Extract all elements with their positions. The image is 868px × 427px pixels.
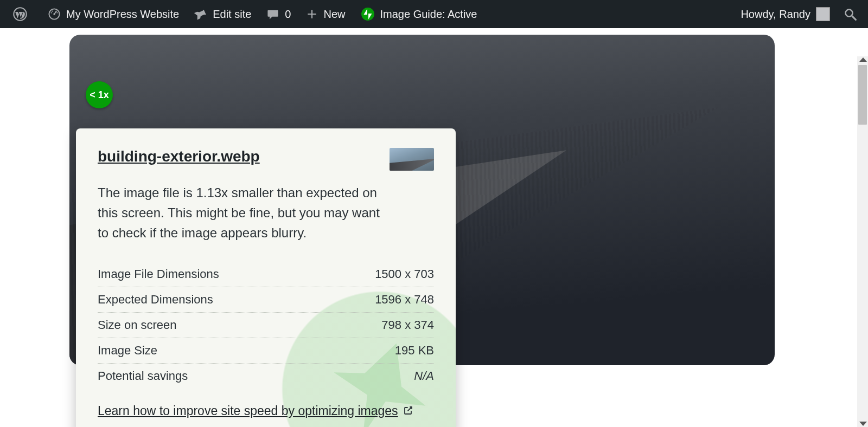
image-guide-menu[interactable]: Image Guide: Active [353,0,485,28]
jetpack-icon [361,7,375,21]
site-title-label: My WordPress Website [66,8,179,21]
wp-admin-bar: My WordPress Website Edit site 0 New Ima… [0,0,868,28]
page-content: < 1x building-exterior.webp The image fi… [0,28,868,427]
wordpress-icon [13,7,27,21]
learn-more-label: Learn how to improve site speed by optim… [98,404,398,418]
stat-value: 195 KB [395,344,434,358]
table-row: Potential savings N/A [98,364,434,389]
howdy-label: Howdy, Randy [741,8,810,21]
svg-point-7 [361,8,374,21]
svg-point-5 [56,11,57,12]
comments-menu[interactable]: 0 [259,0,298,28]
image-guide-label: Image Guide: Active [380,8,477,21]
avatar [816,7,830,21]
stat-value: 1596 x 748 [375,293,434,307]
image-stats-table: Image File Dimensions 1500 x 703 Expecte… [98,262,434,389]
table-row: Expected Dimensions 1596 x 748 [98,287,434,313]
image-guide-popover: building-exterior.webp The image file is… [76,128,456,427]
dashboard-icon [48,8,61,21]
table-row: Size on screen 798 x 374 [98,313,434,338]
adminbar-search[interactable] [838,7,863,21]
stat-label: Expected Dimensions [98,293,213,307]
stat-label: Potential savings [98,369,188,383]
new-label: New [323,8,345,21]
edit-site-menu[interactable]: Edit site [187,0,259,28]
image-thumbnail [390,148,434,171]
svg-point-3 [51,12,52,14]
stat-label: Image File Dimensions [98,267,219,281]
stat-value: 1500 x 703 [375,267,434,281]
image-guide-scale-badge[interactable]: < 1x [86,81,113,108]
badge-label: < 1x [90,89,109,101]
stat-value: 798 x 374 [381,318,434,332]
image-filename-link[interactable]: building-exterior.webp [98,148,260,165]
comments-count: 0 [285,8,291,21]
comment-icon [266,8,279,21]
stat-label: Size on screen [98,318,177,332]
svg-point-8 [846,10,853,17]
image-guide-description: The image file is 1.13x smaller than exp… [98,183,380,243]
new-content-menu[interactable]: New [298,0,353,28]
edit-site-label: Edit site [213,8,251,21]
search-icon [843,7,857,21]
external-link-icon [403,405,413,416]
plus-icon [306,8,318,20]
pin-icon [194,8,207,21]
stat-value: N/A [414,369,434,383]
scrollbar-thumb[interactable] [858,65,867,125]
wp-logo-menu[interactable] [5,0,40,28]
site-name-menu[interactable]: My WordPress Website [40,0,187,28]
table-row: Image File Dimensions 1500 x 703 [98,262,434,287]
scrollbar[interactable] [857,56,868,427]
svg-point-4 [52,11,53,12]
scroll-down-icon [859,422,867,426]
scroll-up-icon [859,57,867,62]
stat-label: Image Size [98,344,157,358]
table-row: Image Size 195 KB [98,338,434,364]
svg-point-2 [53,13,55,15]
learn-more-link[interactable]: Learn how to improve site speed by optim… [98,404,413,418]
my-account-menu[interactable]: Howdy, Randy [733,0,838,28]
svg-point-6 [56,12,58,14]
